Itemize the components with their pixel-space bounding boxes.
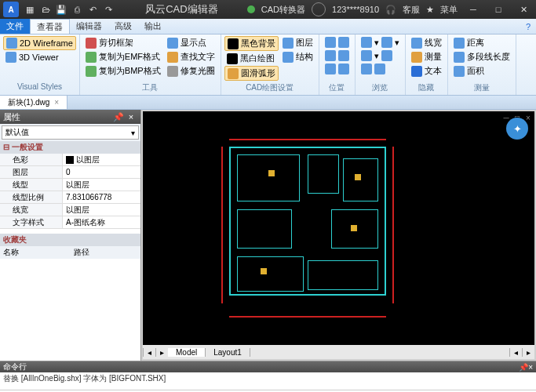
pos-btn-1[interactable] bbox=[323, 36, 352, 49]
undo-icon[interactable]: ↶ bbox=[85, 2, 100, 17]
ribbon-group-tools: 剪切框架 复制为EMF格式 复制为BMP格式 显示点 查找文字 修复光圈 工具 bbox=[80, 34, 221, 95]
ribbon: 2D Wireframe 3D Viewer Visual Styles 剪切框… bbox=[0, 34, 536, 96]
cmd-close-icon[interactable]: × bbox=[528, 363, 533, 372]
struct-button[interactable]: 结构 bbox=[280, 50, 315, 64]
layer-button[interactable]: 图层 bbox=[280, 36, 315, 49]
tab-layout1[interactable]: Layout1 bbox=[206, 348, 250, 357]
section-general[interactable]: ⊟ 一般设置 bbox=[0, 141, 140, 154]
cmd-title: 命令行 bbox=[3, 361, 27, 372]
zoom-out-button[interactable]: ▾ bbox=[359, 49, 402, 62]
copy-bmp-button[interactable]: 复制为BMP格式 bbox=[83, 64, 163, 78]
command-log: 替换 [AllInOneBig.shx] 字体为 [BIGFONT.SHX] bbox=[0, 372, 536, 390]
user-id: 123****8910 bbox=[332, 5, 379, 14]
cad-convert-link[interactable]: CAD转换器 bbox=[261, 4, 305, 16]
group-label: Visual Styles bbox=[3, 82, 76, 93]
close-button[interactable]: ✕ bbox=[514, 2, 533, 17]
fav-header: 名称路径 bbox=[0, 246, 140, 259]
default-combo[interactable]: 默认值▾ bbox=[2, 125, 139, 140]
pos-btn-3[interactable] bbox=[323, 63, 352, 75]
tab-file[interactable]: 文件 bbox=[0, 19, 30, 34]
file-tabs: 新块(1).dwg × bbox=[0, 96, 536, 110]
user-avatar-icon[interactable] bbox=[312, 2, 326, 16]
measure-toggle-button[interactable]: 测量 bbox=[409, 50, 444, 64]
help-icon[interactable]: ? bbox=[520, 19, 536, 34]
prop-row-textstyle[interactable]: 文字样式A-图纸名称 bbox=[0, 216, 140, 229]
text-toggle-button[interactable]: 文本 bbox=[409, 64, 444, 78]
command-area: 命令行📌 × 替换 [AllInOneBig.shx] 字体为 [BIGFONT… bbox=[0, 361, 536, 392]
panel-close-icon[interactable]: × bbox=[125, 112, 137, 122]
smooth-arc-button[interactable]: 圆滑弧形 bbox=[224, 66, 279, 81]
pos-btn-2[interactable] bbox=[323, 49, 352, 62]
black-draw-button[interactable]: 黑白绘图 bbox=[224, 52, 279, 65]
scroll-left-icon[interactable]: ◂ bbox=[509, 348, 522, 357]
polylength-button[interactable]: 多段线长度 bbox=[451, 50, 512, 64]
find-text-button[interactable]: 查找文字 bbox=[165, 50, 217, 64]
menu-link[interactable]: 菜单 bbox=[440, 4, 458, 16]
app-title: 风云CAD编辑器 bbox=[116, 2, 247, 16]
tab-scroll-left[interactable]: ◂ bbox=[143, 348, 155, 357]
pin-icon[interactable]: 📌 bbox=[112, 112, 125, 122]
group-label: CAD绘图设置 bbox=[224, 82, 315, 93]
viewport: ─ □ × ✦ bbox=[141, 110, 536, 361]
file-tab[interactable]: 新块(1).dwg × bbox=[0, 96, 67, 109]
cut-box-button[interactable]: 剪切框架 bbox=[83, 36, 163, 49]
zoom-in-button[interactable]: ▾ ▾ bbox=[359, 36, 402, 49]
chevron-down-icon: ▾ bbox=[131, 129, 135, 137]
tab-advanced[interactable]: 高级 bbox=[108, 19, 138, 34]
prop-row-color[interactable]: 色彩以图层 bbox=[0, 154, 140, 166]
tab-viewer[interactable]: 查看器 bbox=[30, 19, 70, 34]
wireframe-2d-button[interactable]: 2D Wireframe bbox=[3, 36, 76, 50]
group-label: 测量 bbox=[451, 82, 512, 93]
black-bg-button[interactable]: 黑色背景 bbox=[224, 36, 279, 51]
headset-icon: 🎧 bbox=[385, 5, 396, 15]
tab-editor[interactable]: 编辑器 bbox=[70, 19, 108, 34]
prop-row-ltscale[interactable]: 线型比例7.831066778 bbox=[0, 191, 140, 204]
status-dot-icon bbox=[247, 5, 255, 13]
print-icon[interactable]: ⎙ bbox=[69, 2, 85, 17]
minimize-button[interactable]: ─ bbox=[464, 2, 483, 17]
cmd-pin-icon[interactable]: 📌 bbox=[519, 363, 528, 372]
area-button[interactable]: 面积 bbox=[451, 64, 512, 78]
prop-row-linetype[interactable]: 线型以图层 bbox=[0, 179, 140, 191]
pan-button[interactable] bbox=[359, 63, 402, 75]
viewer-3d-button[interactable]: 3D Viewer bbox=[3, 51, 76, 64]
view-tabs: ◂ ▸ Model Layout1 ◂ ▸ bbox=[143, 345, 534, 359]
app-logo: A bbox=[3, 2, 19, 17]
group-label: 位置 bbox=[323, 82, 352, 93]
tab-model[interactable]: Model bbox=[168, 348, 206, 357]
menubar: 文件 查看器 编辑器 高级 输出 ? bbox=[0, 19, 536, 34]
linewidth-button[interactable]: 线宽 bbox=[409, 36, 444, 49]
copy-emf-button[interactable]: 复制为EMF格式 bbox=[83, 50, 163, 64]
fix-halo-button[interactable]: 修复光圈 bbox=[165, 64, 217, 78]
titlebar: A ▦ 🗁 💾 ⎙ ↶ ↷ 风云CAD编辑器 CAD转换器 123****891… bbox=[0, 0, 536, 19]
ribbon-group-browse: ▾ ▾ ▾ 浏览 bbox=[356, 34, 406, 95]
ribbon-group-position: 位置 bbox=[319, 34, 356, 95]
save-icon[interactable]: 💾 bbox=[53, 2, 69, 17]
prop-row-layer[interactable]: 图层0 bbox=[0, 166, 140, 179]
ribbon-group-cad-settings: 黑色背景 黑白绘图 圆滑弧形 图层 结构 CAD绘图设置 bbox=[221, 34, 319, 95]
section-favorites[interactable]: 收藏夹 bbox=[0, 234, 140, 246]
support-link[interactable]: 客服 bbox=[403, 4, 420, 16]
open-icon[interactable]: 🗁 bbox=[38, 2, 53, 17]
tab-output[interactable]: 输出 bbox=[138, 19, 168, 34]
prop-row-lineweight[interactable]: 线宽以图层 bbox=[0, 204, 140, 216]
fav-empty bbox=[0, 259, 140, 361]
star-icon: ★ bbox=[426, 5, 434, 15]
group-label: 工具 bbox=[83, 82, 217, 93]
scroll-right-icon[interactable]: ▸ bbox=[522, 348, 534, 357]
ribbon-group-visual-styles: 2D Wireframe 3D Viewer Visual Styles bbox=[0, 34, 80, 95]
redo-icon[interactable]: ↷ bbox=[100, 2, 116, 17]
new-icon[interactable]: ▦ bbox=[22, 2, 38, 17]
drawing-canvas[interactable]: ─ □ × ✦ bbox=[143, 111, 534, 345]
show-point-button[interactable]: 显示点 bbox=[165, 36, 217, 49]
group-label: 隐藏 bbox=[409, 82, 444, 93]
viewcube-icon[interactable]: ✦ bbox=[506, 118, 528, 140]
maximize-button[interactable]: □ bbox=[489, 2, 508, 17]
properties-panel: 属性📌× 默认值▾ ⊟ 一般设置 色彩以图层 图层0 线型以图层 线型比例7.8… bbox=[0, 110, 141, 361]
tab-scroll-right[interactable]: ▸ bbox=[155, 348, 168, 357]
close-tab-icon[interactable]: × bbox=[54, 98, 59, 107]
floorplan-drawing bbox=[229, 147, 386, 303]
group-label: 浏览 bbox=[359, 82, 402, 93]
panel-title: 属性 bbox=[3, 111, 20, 123]
distance-button[interactable]: 距离 bbox=[451, 36, 512, 49]
